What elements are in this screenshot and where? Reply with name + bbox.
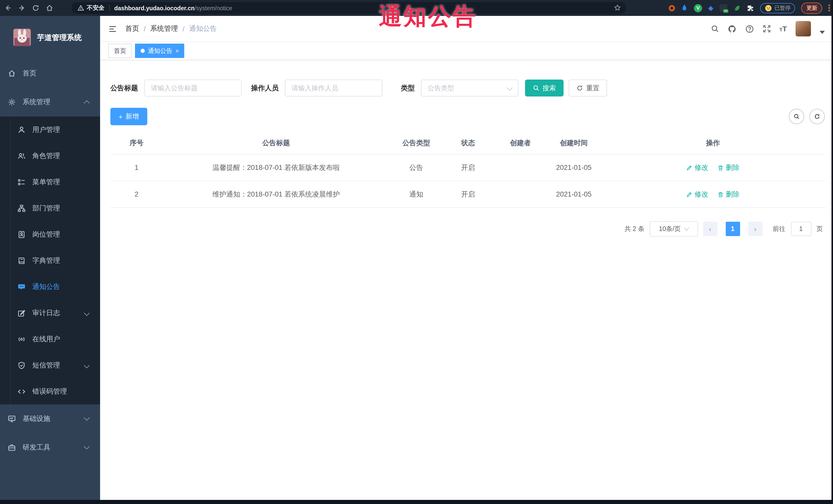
app-logo[interactable]: 芋道管理系统 (0, 16, 100, 59)
search-button[interactable]: 搜索 (525, 79, 564, 96)
sidebar-item-infrastructure[interactable]: 基础设施 (0, 404, 100, 433)
sidebar-item-notice[interactable]: 通知公告 (0, 273, 100, 300)
user-avatar[interactable] (795, 21, 811, 37)
table-row: 1 温馨提醒：2018-07-01 若依新版本发布啦 公告 开启 2021-01… (110, 154, 826, 181)
book-icon (18, 256, 26, 265)
sidebar-item-system[interactable]: 系统管理 (0, 88, 100, 117)
font-size-icon[interactable]: TT (779, 25, 787, 33)
monitor-icon (8, 415, 16, 423)
extension-drop-icon[interactable] (681, 4, 688, 12)
browser-menu-icon[interactable] (829, 5, 830, 11)
title-filter-input[interactable] (144, 79, 242, 96)
breadcrumb-home[interactable]: 首页 (125, 24, 139, 33)
user-dropdown-caret-icon[interactable] (820, 31, 825, 34)
extension-orange-icon[interactable] (669, 5, 675, 11)
add-button[interactable]: + 新增 (110, 108, 147, 125)
refresh-button[interactable] (809, 109, 825, 124)
reset-button[interactable]: 重置 (569, 79, 607, 96)
system-submenu: 用户管理 角色管理 菜单管理 部门管理 岗位管理 (0, 117, 100, 404)
extension-on-icon[interactable]: on (719, 4, 727, 12)
next-page-button[interactable]: › (748, 222, 762, 236)
delete-link[interactable]: 删除 (717, 190, 740, 199)
sidebar-item-sms[interactable]: 短信管理 (0, 352, 100, 378)
users-icon (18, 152, 26, 160)
goto-page-input[interactable] (791, 222, 811, 236)
extension-leaf-icon[interactable] (733, 4, 741, 11)
code-icon (18, 387, 26, 395)
fullscreen-icon[interactable] (762, 25, 771, 33)
breadcrumb-system[interactable]: 系统管理 (150, 24, 178, 33)
edit-link[interactable]: 修改 (686, 190, 708, 199)
sidebar-item-users[interactable]: 用户管理 (0, 117, 100, 143)
sidebar: 芋道管理系统 首页 系统管理 用户管理 角色管理 (0, 16, 100, 504)
sidebar-item-label: 错误码管理 (32, 387, 67, 396)
sidebar-item-label: 菜单管理 (32, 177, 60, 187)
trash-icon (717, 165, 724, 171)
type-filter-select[interactable]: 公告类型 (421, 79, 518, 96)
online-icon (18, 335, 26, 343)
hamburger-icon[interactable] (108, 24, 117, 33)
sidebar-item-label: 部门管理 (32, 203, 60, 213)
sidebar-item-roles[interactable]: 角色管理 (0, 143, 100, 169)
address-bar[interactable]: 不安全 dashboard.yudao.iocoder.cn/system/no… (71, 2, 626, 14)
help-icon[interactable] (745, 24, 754, 33)
tab-notice[interactable]: 通知公告 × (135, 44, 185, 58)
cell-status: 开启 (443, 154, 493, 181)
page-size-select[interactable]: 10条/页 (649, 221, 698, 237)
bookmark-star-icon[interactable] (614, 4, 621, 12)
page-number-current[interactable]: 1 (725, 222, 740, 236)
breadcrumb-current: 通知公告 (189, 24, 217, 33)
sidebar-item-menus[interactable]: 菜单管理 (0, 169, 100, 195)
org-chart-icon (18, 204, 26, 212)
gear-icon (8, 98, 16, 106)
user-icon (18, 125, 26, 134)
tab-home[interactable]: 首页 (108, 44, 132, 58)
security-label[interactable]: 不安全 (87, 4, 104, 12)
forward-icon[interactable] (18, 4, 26, 12)
refresh-icon (814, 114, 820, 120)
window-right-edge (831, 0, 833, 504)
toggle-search-button[interactable] (789, 109, 804, 124)
col-no: 序号 (110, 133, 163, 154)
extensions-puzzle-icon[interactable] (747, 4, 754, 11)
sidebar-item-label: 用户管理 (32, 125, 60, 134)
sidebar-item-online-users[interactable]: 在线用户 (0, 326, 100, 352)
sidebar-item-audit-log[interactable]: 审计日志 (0, 300, 100, 326)
browser-update-button[interactable]: 更新 (802, 2, 823, 14)
sidebar-item-dev-tools[interactable]: 研发工具 (0, 433, 100, 462)
window-bottom-edge (0, 500, 833, 504)
delete-link[interactable]: 删除 (717, 163, 740, 172)
sidebar-item-error-codes[interactable]: 错误码管理 (0, 378, 100, 404)
pagination: 共 2 条 10条/页 ‹ 1 › 前往 页 (110, 221, 823, 237)
table-header-row: 序号 公告标题 公告类型 状态 创建者 创建时间 操作 (110, 133, 826, 154)
profile-paused-pill[interactable]: 已暂停 (760, 3, 795, 13)
toggle-search-icon (793, 114, 800, 120)
back-icon[interactable] (4, 4, 12, 12)
col-creator: 创建者 (493, 133, 548, 154)
home-nav-icon[interactable] (46, 4, 53, 12)
sidebar-item-posts[interactable]: 岗位管理 (0, 221, 100, 247)
url-path: /system/notice (194, 5, 232, 11)
sidebar-item-home[interactable]: 首页 (0, 59, 100, 88)
cell-type: 公告 (389, 154, 443, 181)
edit-link[interactable]: 修改 (686, 163, 708, 172)
extension-diamond-icon[interactable]: ◆ (708, 5, 713, 11)
tab-close-icon[interactable]: × (175, 48, 179, 54)
total-count: 共 2 条 (624, 224, 644, 233)
address-separator (109, 5, 110, 11)
message-icon (18, 283, 26, 291)
toolbox-icon (8, 443, 16, 452)
search-icon[interactable] (711, 25, 719, 33)
goto-label: 前往 (773, 224, 786, 233)
pencil-icon (686, 165, 692, 171)
extension-green-icon[interactable]: V (694, 4, 702, 12)
prev-page-button[interactable]: ‹ (703, 222, 717, 236)
reset-button-icon (576, 85, 583, 91)
reload-icon[interactable] (32, 4, 40, 12)
operator-filter-input[interactable] (285, 79, 382, 96)
sidebar-item-dict[interactable]: 字典管理 (0, 247, 100, 273)
sidebar-item-label: 通知公告 (32, 282, 60, 291)
sidebar-item-departments[interactable]: 部门管理 (0, 195, 100, 221)
github-icon[interactable] (728, 24, 736, 33)
title-filter-label: 公告标题 (110, 83, 138, 93)
